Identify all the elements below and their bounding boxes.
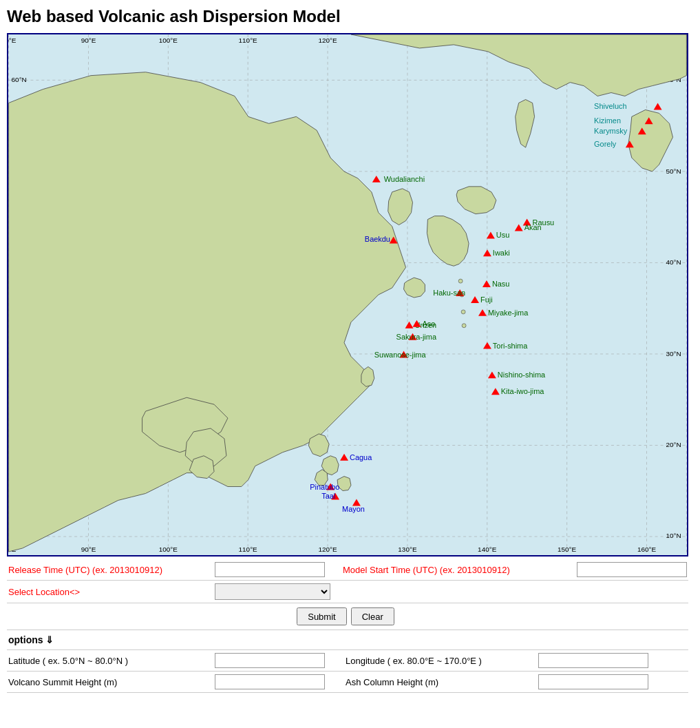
svg-text:Usu: Usu: [496, 231, 509, 239]
options-label: options ⇓: [8, 634, 54, 645]
svg-text:160°E: 160°E: [637, 545, 657, 553]
release-time-label: Release Time (UTC) (ex. 2013010912): [8, 565, 215, 575]
location-select[interactable]: [215, 583, 330, 600]
svg-text:80°E: 80°E: [8, 37, 17, 44]
form-row-buttons: Submit Clear: [7, 603, 688, 630]
form-area: Release Time (UTC) (ex. 2013010912) Mode…: [7, 559, 688, 693]
svg-text:Tori-shima: Tori-shima: [493, 342, 528, 350]
svg-text:120°E: 120°E: [318, 545, 337, 553]
svg-text:40°N: 40°N: [666, 258, 681, 266]
svg-point-47: [458, 279, 463, 283]
form-row-times: Release Time (UTC) (ex. 2013010912) Mode…: [7, 559, 688, 581]
map-container: 80°E 90°E 100°E 110°E 120°E 130°E 140°E …: [7, 33, 688, 557]
longitude-label: Longitude ( ex. 80.0°E ~ 170.0°E ): [346, 656, 538, 666]
svg-text:Haku-san: Haku-san: [433, 289, 465, 297]
page-title: Web based Volcanic ash Dispersion Model: [7, 7, 693, 26]
release-time-input[interactable]: [215, 562, 325, 577]
ash-column-label: Ash Column Height (m): [346, 677, 538, 687]
form-row-location: Select Location<>: [7, 581, 688, 603]
svg-text:130°E: 130°E: [398, 545, 417, 553]
svg-text:Kita-iwo-jima: Kita-iwo-jima: [501, 387, 545, 395]
form-row-latlon: Latitude ( ex. 5.0°N ~ 80.0°N ) Longitud…: [7, 650, 688, 672]
svg-text:Taal: Taal: [321, 492, 335, 500]
svg-text:Mayon: Mayon: [342, 505, 365, 513]
svg-text:Sakura-jima: Sakura-jima: [396, 333, 437, 341]
ash-column-input[interactable]: [538, 674, 648, 689]
svg-text:Kizimen: Kizimen: [594, 116, 621, 125]
svg-text:Iwaki: Iwaki: [493, 249, 510, 257]
latitude-input[interactable]: [215, 653, 325, 668]
svg-text:30°N: 30°N: [666, 350, 681, 357]
svg-text:50°N: 50°N: [666, 167, 681, 175]
options-row: options ⇓: [7, 630, 688, 650]
svg-text:Shiveluch: Shiveluch: [594, 102, 626, 110]
svg-text:10°N: 10°N: [666, 532, 681, 539]
svg-text:110°E: 110°E: [239, 37, 258, 44]
select-location-label: Select Location<>: [8, 587, 215, 597]
summit-height-input[interactable]: [215, 674, 325, 689]
form-row-heights: Volcano Summit Height (m) Ash Column Hei…: [7, 672, 688, 693]
svg-text:Gorely: Gorely: [594, 140, 617, 148]
svg-text:Akan: Akan: [524, 223, 542, 231]
svg-point-49: [461, 310, 465, 314]
svg-text:140°E: 140°E: [478, 545, 497, 553]
summit-height-label: Volcano Summit Height (m): [8, 677, 215, 687]
svg-text:120°E: 120°E: [318, 37, 337, 44]
svg-text:Baekdu: Baekdu: [365, 235, 390, 243]
svg-text:Nasu: Nasu: [492, 280, 510, 288]
svg-text:90°E: 90°E: [81, 545, 96, 553]
svg-point-50: [462, 324, 466, 328]
svg-text:Karymsky: Karymsky: [594, 127, 628, 135]
svg-text:100°E: 100°E: [159, 37, 178, 44]
svg-text:60°N: 60°N: [12, 76, 27, 83]
svg-text:Nishino-shima: Nishino-shima: [498, 371, 546, 379]
svg-text:20°N: 20°N: [666, 441, 681, 448]
svg-text:110°E: 110°E: [239, 545, 258, 553]
svg-text:Suwanose-jima: Suwanose-jima: [374, 351, 427, 359]
clear-button[interactable]: Clear: [351, 607, 394, 625]
svg-text:Pinatubo: Pinatubo: [310, 483, 339, 491]
model-start-input[interactable]: [577, 562, 687, 577]
svg-text:100°E: 100°E: [159, 545, 178, 553]
svg-text:Cagua: Cagua: [350, 453, 372, 461]
latitude-label: Latitude ( ex. 5.0°N ~ 80.0°N ): [8, 656, 215, 666]
svg-text:90°E: 90°E: [81, 37, 96, 44]
submit-button[interactable]: Submit: [297, 607, 346, 625]
longitude-input[interactable]: [538, 653, 648, 668]
model-start-label: Model Start Time (UTC) (ex. 2013010912): [343, 565, 577, 575]
svg-text:150°E: 150°E: [558, 545, 577, 553]
svg-text:Miyake-jima: Miyake-jima: [488, 309, 529, 317]
svg-text:Fuji: Fuji: [480, 295, 493, 304]
svg-text:Aso: Aso: [422, 320, 435, 328]
svg-text:Wudalianchi: Wudalianchi: [384, 175, 425, 183]
